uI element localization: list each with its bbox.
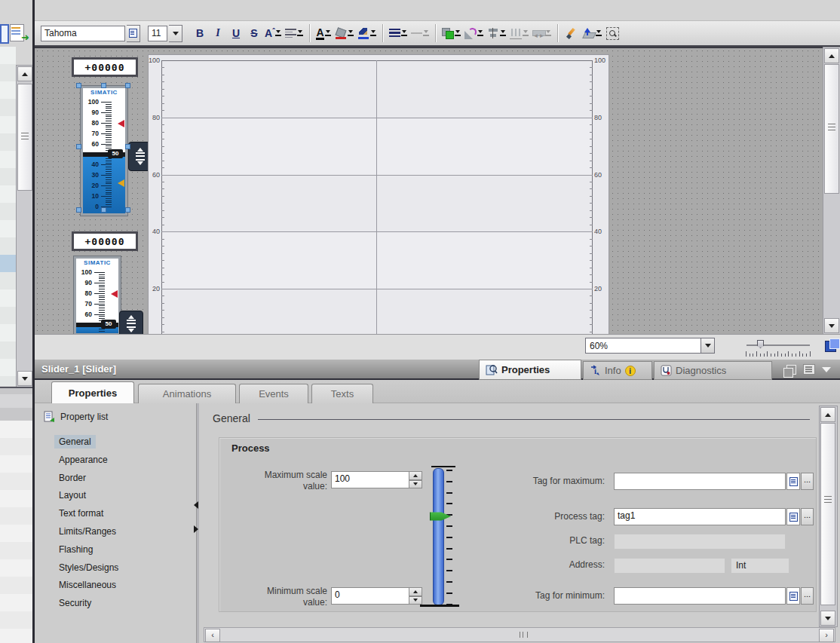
bold-button[interactable]: B: [192, 24, 208, 42]
panel-splitter[interactable]: [196, 403, 199, 643]
selection-handle[interactable]: [76, 207, 81, 213]
selection-handle[interactable]: [101, 207, 106, 213]
selection-handle[interactable]: [76, 144, 81, 149]
nav-item-text-format[interactable]: Text format: [54, 507, 108, 520]
selection-handle[interactable]: [125, 207, 130, 213]
scrollbar-grip[interactable]: [520, 632, 528, 638]
subtab-texts[interactable]: Texts: [311, 384, 373, 403]
scroll-right-icon[interactable]: ›: [819, 629, 834, 642]
inspector-vertical-scrollbar[interactable]: [819, 406, 838, 627]
zoom-level-combo[interactable]: 60%: [585, 338, 715, 354]
scroll-down-icon[interactable]: [17, 371, 32, 386]
strikethrough-button[interactable]: S: [246, 24, 262, 42]
dropdown-icon[interactable]: [297, 29, 304, 38]
maximum-scale-input[interactable]: 100: [331, 471, 409, 488]
format-painter-button[interactable]: [563, 24, 580, 42]
dropdown-icon[interactable]: [325, 29, 332, 38]
order-button[interactable]: [441, 24, 462, 42]
canvas-vertical-scrollbar[interactable]: [823, 47, 840, 335]
nav-item-miscellaneous[interactable]: Miscellaneous: [54, 578, 121, 592]
zoom-slider-track[interactable]: [746, 344, 810, 346]
dropdown-icon[interactable]: [455, 29, 461, 38]
scroll-down-icon[interactable]: [824, 318, 839, 333]
dropdown-icon[interactable]: [523, 29, 529, 38]
slider-updown-button[interactable]: [119, 311, 143, 334]
left-toolbar-icon[interactable]: [0, 24, 9, 44]
browse-button[interactable]: ...: [801, 508, 814, 525]
tag-list-icon[interactable]: [786, 587, 800, 605]
collapse-panel-icon[interactable]: [822, 367, 831, 372]
scroll-up-icon[interactable]: [820, 407, 835, 422]
font-size-dropdown-icon[interactable]: [169, 25, 182, 42]
dropdown-icon[interactable]: [423, 29, 430, 38]
dropdown-icon[interactable]: [370, 29, 377, 38]
splitter-collapse-right-icon[interactable]: [194, 525, 198, 533]
fit-to-window-icon[interactable]: [824, 338, 840, 354]
align-objects-button[interactable]: [486, 24, 507, 42]
selection-handle[interactable]: [101, 83, 106, 88]
trend-view-widget[interactable]: 1001008080606040402020: [148, 54, 609, 334]
inspector-horizontal-scrollbar[interactable]: ‹ ›: [204, 627, 835, 642]
selection-handle[interactable]: [76, 83, 81, 88]
nav-item-border[interactable]: Border: [54, 471, 90, 485]
tag-for-minimum-input[interactable]: [614, 587, 786, 605]
subtab-properties[interactable]: Properties: [51, 381, 134, 403]
nav-item-limits-ranges[interactable]: Limits/Ranges: [54, 525, 121, 538]
browse-button[interactable]: ...: [801, 587, 814, 605]
underline-button[interactable]: U: [228, 24, 244, 42]
nav-item-flashing[interactable]: Flashing: [54, 543, 97, 556]
inspector-tab-diagnostics[interactable]: Diagnostics: [654, 361, 772, 380]
dropdown-icon[interactable]: [401, 29, 408, 38]
rotate-button[interactable]: [464, 24, 485, 42]
selection-handle[interactable]: [125, 83, 130, 88]
dropdown-icon[interactable]: [596, 29, 602, 38]
scroll-up-icon[interactable]: [17, 66, 32, 81]
scrollbar-thumb[interactable]: [820, 423, 835, 605]
subtab-animations[interactable]: Animations: [138, 384, 236, 403]
inspector-tab-properties[interactable]: Properties: [479, 360, 581, 380]
line-style-button[interactable]: [388, 24, 409, 42]
line-weight-button[interactable]: [410, 24, 431, 42]
nav-item-general[interactable]: General: [54, 435, 96, 449]
scrollbar-thumb[interactable]: [17, 84, 32, 191]
border-color-button[interactable]: [357, 24, 378, 42]
scroll-up-icon[interactable]: [824, 48, 839, 63]
dropdown-icon[interactable]: [275, 29, 282, 38]
font-size-combo[interactable]: 11: [148, 26, 167, 41]
font-color-button[interactable]: A: [315, 24, 332, 42]
side-panel-scrollbar[interactable]: [16, 65, 34, 387]
tag-for-maximum-input[interactable]: [614, 473, 786, 490]
dropdown-icon[interactable]: [500, 29, 507, 38]
distribute-button[interactable]: [509, 24, 530, 42]
panel-list-icon[interactable]: [803, 364, 815, 375]
slider-widget[interactable]: SIMATIC100908070605050: [74, 256, 121, 334]
background-color-button[interactable]: [334, 24, 355, 42]
tag-list-icon[interactable]: [786, 508, 800, 525]
browse-button[interactable]: ...: [801, 473, 814, 490]
nav-item-layout[interactable]: Layout: [54, 488, 90, 502]
zoom-dropdown-icon[interactable]: [701, 338, 714, 353]
scrollbar-thumb[interactable]: [824, 64, 839, 194]
scroll-down-icon[interactable]: [820, 611, 835, 626]
insert-table-icon[interactable]: ➜: [10, 23, 28, 43]
io-field-widget[interactable]: +00000: [72, 57, 138, 77]
process-tag-input[interactable]: tag1: [614, 508, 786, 525]
maximum-scale-spinner[interactable]: [409, 471, 422, 488]
inspector-tab-info[interactable]: iInfoi: [583, 361, 652, 380]
italic-button[interactable]: I: [210, 24, 226, 42]
tag-list-icon[interactable]: [786, 473, 800, 490]
minimum-scale-input[interactable]: 0: [331, 587, 409, 605]
screen-editor-canvas[interactable]: +00000+00000SIMATIC100908070605040302010…: [35, 47, 823, 334]
zoom-area-button[interactable]: [605, 24, 621, 42]
dropdown-icon[interactable]: [348, 29, 354, 38]
font-family-combo[interactable]: Tahoma: [41, 26, 125, 41]
font-size-up-button[interactable]: Aˆ: [264, 24, 283, 42]
io-field-widget[interactable]: +00000: [72, 231, 138, 251]
font-list-icon[interactable]: [127, 25, 140, 42]
splitter-collapse-left-icon[interactable]: [194, 501, 198, 509]
dropdown-icon[interactable]: [477, 29, 484, 38]
layer-button[interactable]: [581, 24, 603, 42]
minimum-scale-spinner[interactable]: [409, 587, 422, 605]
slider-widget-selected[interactable]: SIMATIC100908070605040302010050: [81, 86, 127, 216]
nav-item-security[interactable]: Security: [54, 596, 96, 610]
